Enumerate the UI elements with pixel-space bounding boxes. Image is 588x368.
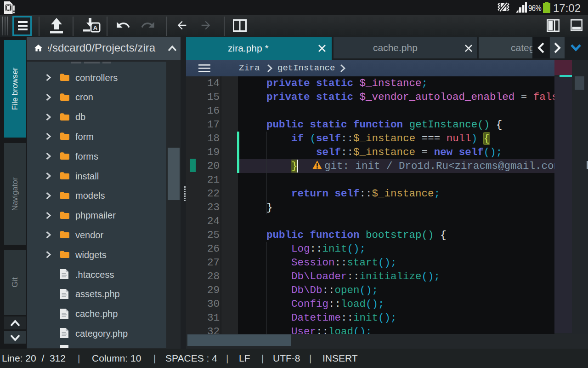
svg-text:A: A	[93, 24, 98, 31]
